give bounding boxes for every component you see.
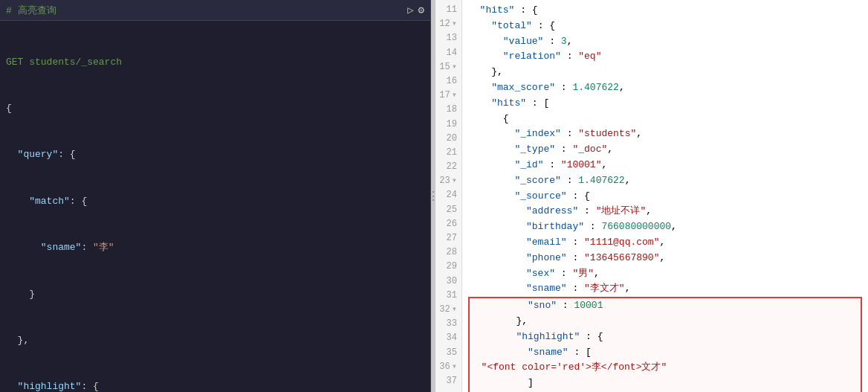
code-line: GET students/_search bbox=[6, 55, 424, 71]
json-line: "_index" : "students", bbox=[468, 126, 862, 142]
json-line: "sname" : [ bbox=[468, 345, 862, 361]
toolbar-icons: ▷ ⚙ bbox=[407, 4, 424, 16]
json-line: "sex" : "男", bbox=[468, 266, 862, 282]
code-line: "highlight": { bbox=[6, 379, 424, 392]
json-line: "_type" : "_doc", bbox=[468, 142, 862, 158]
code-content: GET students/_search { "query": { "match… bbox=[0, 21, 430, 392]
json-line: "value" : 3, bbox=[468, 34, 862, 50]
toolbar-comment: # 高亮查询 bbox=[6, 4, 56, 17]
json-line: "<font color='red'>李</font>文才" bbox=[468, 360, 862, 376]
settings-icon[interactable]: ⚙ bbox=[418, 4, 424, 16]
json-content: "hits" : { "total" : { "value" : 3, "rel… bbox=[462, 0, 868, 392]
left-panel: # 高亮查询 ▷ ⚙ GET students/_search { "query… bbox=[0, 0, 431, 392]
json-line: "relation" : "eq" bbox=[468, 49, 862, 65]
line-numbers-right: 1112131415161718192021222324252627282930… bbox=[435, 0, 462, 392]
code-line: "query": { bbox=[6, 147, 424, 163]
json-line: "_score" : 1.407622, bbox=[468, 173, 862, 189]
code-line: { bbox=[6, 101, 424, 117]
toolbar: # 高亮查询 ▷ ⚙ bbox=[0, 0, 430, 21]
json-line: "phone" : "13645667890", bbox=[468, 251, 862, 266]
json-line: "sname" : "李文才", bbox=[468, 281, 862, 297]
json-line: "hits" : [ bbox=[468, 96, 862, 112]
json-line: "_id" : "10001", bbox=[468, 158, 862, 173]
run-icon[interactable]: ▷ bbox=[407, 4, 413, 16]
code-line: } bbox=[6, 287, 424, 303]
code-line: }, bbox=[6, 333, 424, 349]
json-line: ] bbox=[468, 376, 862, 391]
json-line: "email" : "1111@qq.com", bbox=[468, 235, 862, 251]
json-line: "hits" : { bbox=[468, 3, 862, 19]
json-line: "birthday" : 766080000000, bbox=[468, 219, 862, 235]
json-line: "address" : "地址不详", bbox=[468, 204, 862, 219]
code-area: GET students/_search { "query": { "match… bbox=[0, 21, 430, 392]
code-line: "match": { bbox=[6, 194, 424, 210]
json-line: "sno" : 10001 bbox=[468, 297, 862, 314]
json-line: "total" : { bbox=[468, 19, 862, 34]
code-line: "sname": "李" bbox=[6, 240, 424, 256]
json-line: { bbox=[468, 112, 862, 127]
json-line: }, bbox=[468, 65, 862, 80]
json-line: "_source" : { bbox=[468, 189, 862, 205]
json-line: }, bbox=[468, 314, 862, 330]
json-line: "highlight" : { bbox=[468, 330, 862, 345]
json-line: "max_score" : 1.407622, bbox=[468, 80, 862, 96]
right-panel: 1112131415161718192021222324252627282930… bbox=[435, 0, 868, 392]
